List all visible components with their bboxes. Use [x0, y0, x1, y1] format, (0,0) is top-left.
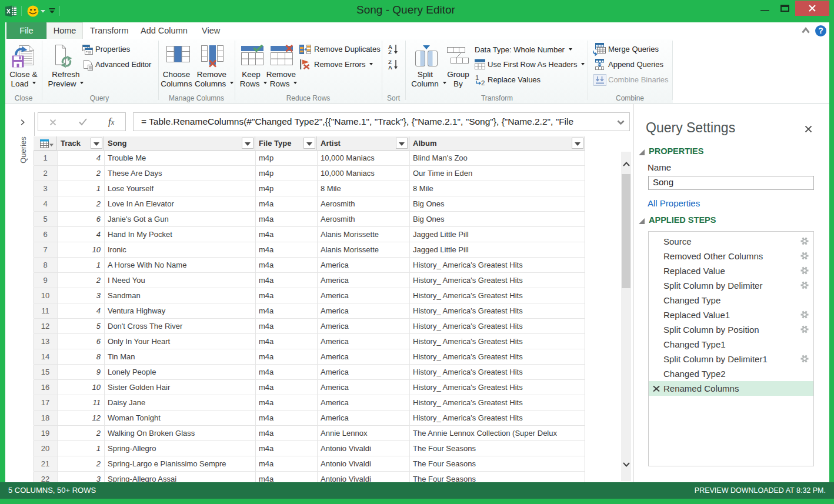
svg-text:1: 1 — [475, 74, 479, 81]
svg-text:2: 2 — [481, 79, 485, 86]
svg-text:A: A — [388, 64, 392, 70]
svg-text:Z: Z — [388, 49, 392, 55]
